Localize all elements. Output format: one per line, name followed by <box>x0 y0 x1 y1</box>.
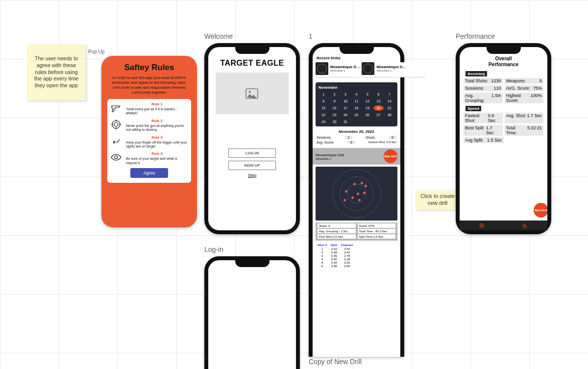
new-drill-button[interactable]: New Drill <box>534 203 547 218</box>
design-canvas[interactable]: The user needs to agree with these rules… <box>0 0 588 369</box>
accuracy-heading: Accuracy <box>466 71 487 76</box>
calendar-day[interactable]: 17 <box>341 105 350 111</box>
eye-icon <box>110 151 122 163</box>
gun-icon <box>110 102 122 114</box>
screen-label-login: Log-in <box>204 246 223 253</box>
calendar-day[interactable]: 14 <box>385 98 394 104</box>
drill-title: Mozambique D… <box>376 65 406 69</box>
skip-link[interactable]: Skip <box>248 173 257 178</box>
shot-stats: Shots: 9Score: 67% Avg. Grouping : 1.5in… <box>316 222 397 241</box>
table-row: 40.403.18 <box>316 257 355 261</box>
sticky-note-new-drill[interactable]: Click to create new drill <box>416 190 460 210</box>
signup-button[interactable]: SIGN UP <box>228 161 276 170</box>
screen-label-performance: Performance <box>456 32 495 40</box>
svg-point-2 <box>115 156 118 159</box>
screen-label-popup: Pop Up <box>88 49 104 54</box>
rule-3: Rule 3Keep your finger off the trigger u… <box>110 135 188 149</box>
calendar-day[interactable]: 6 <box>373 92 383 97</box>
calendar-day[interactable]: 13 <box>373 98 383 104</box>
selected-date: November 20, 2022 <box>313 129 400 134</box>
svg-point-6 <box>481 225 482 226</box>
rule-4: Rule 4Be sure of your target and what is… <box>110 151 188 165</box>
drill-card[interactable]: Mozambique D… silhouette 1 <box>316 62 360 77</box>
app-title: TARGET EAGLE <box>212 59 292 68</box>
svg-point-0 <box>112 121 120 128</box>
calendar-day[interactable]: 24 <box>341 112 350 118</box>
screen-safety-popup[interactable]: Saftey Rules In order to use this app yo… <box>101 56 197 227</box>
table-row: 50.343.52 <box>316 261 355 264</box>
calendar-day[interactable]: 23 <box>329 112 339 118</box>
calendar-day[interactable]: 30 <box>329 119 339 124</box>
drill-thumbnail <box>316 62 328 75</box>
calendar-day[interactable]: 20 <box>373 105 383 111</box>
image-icon <box>245 88 258 99</box>
screen-label-welcome: Welcome <box>204 32 233 40</box>
performance-title: OverallPerformance <box>464 56 543 67</box>
svg-point-1 <box>114 123 118 126</box>
calendar-day[interactable]: 22 <box>318 112 328 118</box>
calendar-day[interactable]: 28 <box>385 112 394 118</box>
speed-heading: Speed <box>466 106 481 111</box>
calendar-day[interactable]: 27 <box>373 112 383 118</box>
calendar-day[interactable]: 5 <box>363 92 372 97</box>
screen-label-copy-new-drill: Copy of New Drill <box>309 358 362 366</box>
screen-welcome[interactable]: TARGET EAGLE LOG-IN SIGN UP Skip <box>204 43 300 234</box>
login-button[interactable]: LOG-IN <box>228 148 276 158</box>
drill-subtitle: silhouette 1 <box>330 69 360 73</box>
calendar[interactable]: November 1234567891011121314151617181920… <box>316 82 397 126</box>
rule-1: Rule 1Treat every gun as if it is loaded… <box>110 102 188 116</box>
day-summary: Sessions:1 Shots:9 Avg. Score:9 Fastest … <box>313 136 400 144</box>
table-row: 20.382.42 <box>316 250 355 254</box>
screen-home[interactable]: Recent Drills Mozambique D… silhouette 1… <box>309 43 404 357</box>
bottom-nav <box>460 221 547 230</box>
calendar-day[interactable]: 21 <box>385 105 394 111</box>
chart-nav-icon[interactable] <box>522 222 528 228</box>
rule-2: Rule 2Never point the gun at anything yo… <box>110 119 188 132</box>
recent-drills-title: Recent Drills <box>313 56 400 62</box>
calendar-day[interactable]: 29 <box>318 119 328 124</box>
calendar-day[interactable]: 26 <box>363 112 372 118</box>
drill-title: Mozambique D… <box>330 65 360 69</box>
screen-login[interactable] <box>204 256 300 369</box>
calendar-day[interactable]: 19 <box>363 105 372 111</box>
table-row: 30.362.78 <box>316 254 355 257</box>
shot-table: Shot #SplitElapsed12.042.0420.382.4230.3… <box>316 243 355 268</box>
svg-point-4 <box>249 91 251 93</box>
table-row: 12.042.04 <box>316 247 355 250</box>
target-nav-icon[interactable] <box>479 222 485 228</box>
calendar-day[interactable]: 18 <box>351 105 361 111</box>
drill-subtitle: silhouette 1 <box>376 69 406 73</box>
agree-button[interactable]: Agree <box>130 168 168 178</box>
calendar-day[interactable]: 15 <box>318 105 328 111</box>
popup-intro: In order to use this app you must ALWAYS… <box>107 75 191 95</box>
calendar-day[interactable]: 8 <box>318 98 328 104</box>
calendar-day[interactable]: 4 <box>351 92 361 97</box>
speed-stats: Fastest Shot:0.9 Sec Avg. Shot:1.7 Sec B… <box>464 113 543 145</box>
drill-header-bar[interactable]: Mozambique Drill silhoueltte 1 New Drill <box>313 148 400 165</box>
rules-card: Rule 1Treat every gun as if it is loaded… <box>107 99 191 183</box>
calendar-day[interactable]: 9 <box>329 98 339 104</box>
image-placeholder <box>216 73 289 114</box>
target-visualization <box>316 167 397 221</box>
target-icon <box>110 119 122 130</box>
drill-subtitle: silhoueltte 1 <box>316 157 344 160</box>
new-drill-button[interactable]: New Drill <box>384 149 397 163</box>
calendar-day[interactable]: 7 <box>385 92 394 97</box>
screen-performance[interactable]: OverallPerformance Accuracy Total Shots:… <box>456 43 551 234</box>
calendar-day[interactable]: 3 <box>341 92 350 97</box>
calendar-day[interactable]: 31 <box>341 119 350 124</box>
drill-card[interactable]: Mozambique D… silhouette 1 <box>362 62 425 77</box>
calendar-day[interactable]: 16 <box>329 105 339 111</box>
accuracy-stats: Total Shots:1230 Weapons:5 Sessions:110 … <box>464 78 543 105</box>
calendar-day[interactable]: 10 <box>341 98 350 104</box>
drill-title: Mozambique Drill <box>316 153 344 157</box>
svg-point-5 <box>480 223 484 227</box>
calendar-day[interactable]: 12 <box>363 98 372 104</box>
calendar-day[interactable]: 11 <box>351 98 361 104</box>
calendar-month: November <box>318 85 394 90</box>
drill-thumbnail <box>362 62 374 75</box>
sticky-note-agree[interactable]: The user needs to agree with these rules… <box>27 44 86 100</box>
calendar-day[interactable]: 1 <box>318 92 328 97</box>
calendar-day[interactable]: 2 <box>329 92 339 97</box>
calendar-day[interactable]: 25 <box>351 112 361 118</box>
